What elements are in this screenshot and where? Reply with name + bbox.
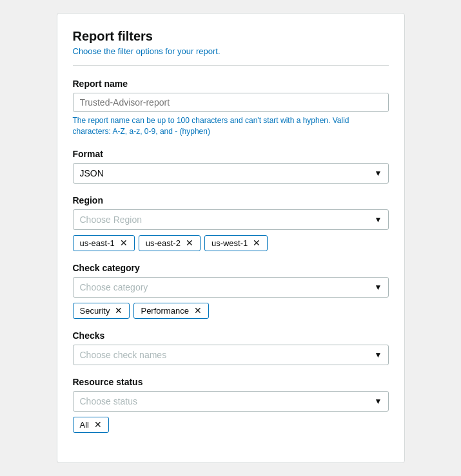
check-category-field: Check category Choose category Security … xyxy=(73,263,389,319)
checks-select[interactable]: Choose check names xyxy=(73,345,389,365)
check-category-tags: Security ✕ Performance ✕ xyxy=(73,303,389,319)
tag-all-label: All xyxy=(80,420,89,430)
tag-performance-label: Performance xyxy=(141,306,188,316)
tag-us-east-1-close[interactable]: ✕ xyxy=(120,238,128,247)
format-field: Format JSON CSV ▼ xyxy=(73,149,389,184)
tag-security: Security ✕ xyxy=(73,303,130,319)
region-tags: us-east-1 ✕ us-east-2 ✕ us-west-1 ✕ xyxy=(73,235,389,251)
tag-us-east-2-label: us-east-2 xyxy=(146,238,181,248)
resource-status-select-wrapper: Choose status All OK Warning Error ▼ xyxy=(73,391,389,412)
checks-label: Checks xyxy=(73,330,389,341)
card-header: Report filters Choose the filter options… xyxy=(73,29,389,66)
check-category-select-wrapper: Choose category Security Performance Cos… xyxy=(73,277,389,298)
check-category-select[interactable]: Choose category Security Performance Cos… xyxy=(73,277,389,298)
resource-status-label: Resource status xyxy=(73,377,389,387)
tag-us-east-2: us-east-2 ✕ xyxy=(139,235,201,251)
tag-us-west-1-close[interactable]: ✕ xyxy=(253,238,260,247)
region-select[interactable]: Choose Region us-east-1 us-east-2 us-wes… xyxy=(73,209,389,230)
report-name-hint: The report name can be up to 100 charact… xyxy=(73,115,389,137)
card-subtitle: Choose the filter options for your repor… xyxy=(73,46,389,56)
report-name-label: Report name xyxy=(73,79,389,89)
resource-status-field: Resource status Choose status All OK War… xyxy=(73,377,389,433)
region-select-wrapper: Choose Region us-east-1 us-east-2 us-wes… xyxy=(73,209,389,230)
tag-us-west-1: us-west-1 ✕ xyxy=(204,235,268,251)
format-select-wrapper: JSON CSV ▼ xyxy=(73,163,389,184)
format-label: Format xyxy=(73,149,389,159)
tag-security-close[interactable]: ✕ xyxy=(115,306,123,315)
tag-us-west-1-label: us-west-1 xyxy=(211,238,248,248)
check-category-label: Check category xyxy=(73,263,389,273)
report-name-input[interactable] xyxy=(73,93,389,112)
tag-us-east-2-close[interactable]: ✕ xyxy=(186,238,193,247)
region-field: Region Choose Region us-east-1 us-east-2… xyxy=(73,195,389,251)
checks-field: Checks Choose check names ▼ xyxy=(73,330,389,365)
region-label: Region xyxy=(73,195,389,205)
report-name-field: Report name The report name can be up to… xyxy=(73,79,389,137)
resource-status-select[interactable]: Choose status All OK Warning Error xyxy=(73,391,389,412)
tag-all-close[interactable]: ✕ xyxy=(94,420,102,429)
tag-security-label: Security xyxy=(80,306,110,316)
tag-performance: Performance ✕ xyxy=(133,303,208,319)
resource-status-tags: All ✕ xyxy=(73,417,389,433)
report-filters-card: Report filters Choose the filter options… xyxy=(57,13,405,463)
tag-performance-close[interactable]: ✕ xyxy=(194,306,202,315)
tag-all: All ✕ xyxy=(73,417,109,433)
tag-us-east-1-label: us-east-1 xyxy=(80,238,115,248)
card-title: Report filters xyxy=(73,29,389,44)
format-select[interactable]: JSON CSV xyxy=(73,163,389,184)
checks-select-wrapper: Choose check names ▼ xyxy=(73,345,389,365)
tag-us-east-1: us-east-1 ✕ xyxy=(73,235,135,251)
